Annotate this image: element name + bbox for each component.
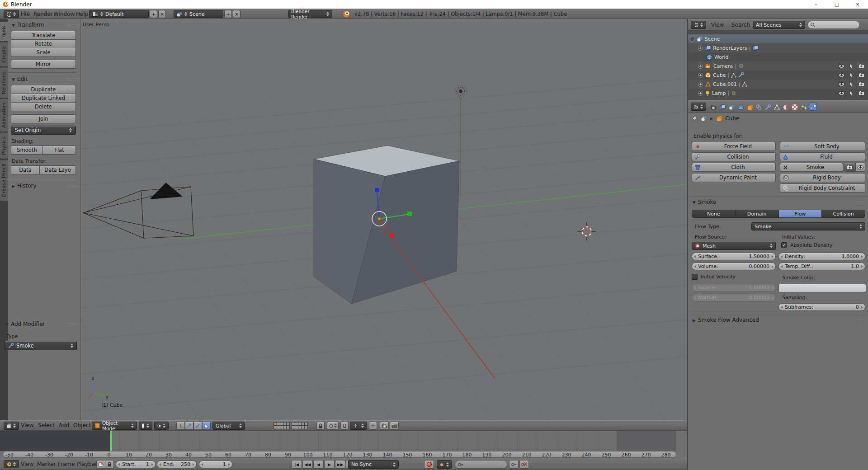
expand-icon[interactable]: + <box>698 91 703 96</box>
timeline-ruler-strip[interactable]: -50-40-30-20-100102030405060708090100110… <box>3 451 676 458</box>
absolute-density-checkbox[interactable] <box>781 242 787 248</box>
visibility-eye-icon[interactable] <box>836 70 846 80</box>
mirror-button[interactable]: Mirror <box>11 60 76 69</box>
manipulator-active-pointer-icon[interactable] <box>202 422 211 430</box>
play-button[interactable]: ▶ <box>324 460 335 469</box>
render-animation-icon[interactable] <box>390 422 399 430</box>
outliner-row-camera[interactable]: + Camera <box>688 61 868 70</box>
vp-menu-add[interactable]: Add <box>58 421 70 430</box>
tab-physics[interactable]: Physics <box>0 133 8 159</box>
selectable-cursor-icon[interactable] <box>846 61 856 70</box>
set-origin-menu[interactable]: Set Origin <box>11 126 76 135</box>
keying-set-dropdown[interactable]: ◆ <box>437 460 452 469</box>
delete-layout-button[interactable]: × <box>158 10 166 18</box>
rigid-body-constraint-button[interactable]: Rigid Body Constraint <box>780 183 865 193</box>
visibility-eye-icon[interactable] <box>836 89 846 98</box>
prev-keyframe-button[interactable]: ◀◀ <box>302 460 313 469</box>
expand-icon[interactable]: + <box>698 64 703 69</box>
duplicate-linked-button[interactable]: Duplicate Linked <box>11 94 76 103</box>
manipulator-x-handle[interactable] <box>389 233 394 238</box>
soft-body-button[interactable]: Soft Body <box>780 142 865 151</box>
visibility-eye-icon[interactable] <box>836 61 846 70</box>
cloth-button[interactable]: Cloth <box>692 163 776 172</box>
playback-filter-icon[interactable] <box>96 460 105 469</box>
pivot-point-dropdown[interactable] <box>154 422 169 430</box>
scene-icon[interactable] <box>701 116 707 121</box>
manipulator-rotate-icon[interactable] <box>185 422 193 430</box>
renderable-camera-icon[interactable] <box>856 61 866 70</box>
scale-button[interactable]: Scale <box>11 48 76 57</box>
collision-button[interactable]: Collision <box>692 152 776 161</box>
snap-element-dropdown[interactable] <box>350 422 367 430</box>
tab-constraints-icon[interactable] <box>755 103 763 111</box>
start-frame-field[interactable]: Start:1 <box>116 461 156 468</box>
tab-physics-icon[interactable] <box>809 103 817 111</box>
panel-grip-icon[interactable] <box>68 322 79 326</box>
tl-menu-view[interactable]: View <box>20 460 34 469</box>
screen-layout-selector[interactable]: Default <box>89 10 149 18</box>
close-button[interactable]: × <box>847 0 868 9</box>
tab-animation[interactable]: Animation <box>0 99 8 132</box>
visibility-eye-icon[interactable] <box>836 80 846 89</box>
menu-window[interactable]: Window <box>52 9 75 19</box>
proportional-edit-dropdown[interactable] <box>327 422 339 430</box>
cube-object[interactable] <box>314 146 459 304</box>
vp-menu-view[interactable]: View <box>20 421 34 430</box>
smoke-visibility-eye-icon[interactable] <box>855 163 865 172</box>
active-keying-set-field[interactable] <box>455 460 507 469</box>
outliner-row-cube[interactable]: + Cube <box>688 70 868 80</box>
editor-type-properties-button[interactable] <box>691 103 706 111</box>
shade-smooth-button[interactable]: Smooth <box>11 146 43 155</box>
editor-type-timeline-button[interactable] <box>4 460 19 468</box>
pin-icon[interactable] <box>692 116 698 122</box>
smoke-panel-header[interactable]: Smoke <box>693 199 716 205</box>
next-keyframe-button[interactable]: ▶▶ <box>335 460 345 469</box>
selectable-cursor-icon[interactable] <box>846 80 856 89</box>
lock-time-icon[interactable] <box>105 460 114 469</box>
fluid-button[interactable]: Fluid <box>780 152 865 161</box>
panel-grip-icon[interactable] <box>854 318 865 322</box>
outliner-menu-view[interactable]: View <box>710 20 725 29</box>
outliner-row-scene[interactable]: − Scene <box>688 34 868 43</box>
data-transfer-layout-button[interactable]: Data Layo <box>39 165 76 174</box>
editor-type-3dview-button[interactable] <box>4 422 19 430</box>
sync-mode-dropdown[interactable]: No Sync <box>348 460 399 469</box>
smoke-type-flow[interactable]: Flow <box>779 210 822 217</box>
transform-orientation-dropdown[interactable]: Global <box>212 422 245 430</box>
outliner-menu-search[interactable]: Search <box>731 20 751 29</box>
snap-magnet-icon[interactable] <box>340 422 349 430</box>
cube-icon[interactable] <box>716 116 722 122</box>
add-scene-button[interactable]: + <box>224 10 232 18</box>
selectable-cursor-icon[interactable] <box>846 70 856 80</box>
edit-panel-header[interactable]: Edit <box>12 76 28 82</box>
vp-menu-object[interactable]: Object <box>72 421 92 430</box>
tl-menu-frame[interactable]: Frame <box>57 460 75 469</box>
end-frame-field[interactable]: End:250 <box>157 461 197 468</box>
tab-scene-icon[interactable] <box>727 103 736 111</box>
panel-grip-icon[interactable] <box>68 183 79 188</box>
renderable-camera-icon[interactable] <box>856 80 866 89</box>
timeline-current-frame-cursor[interactable] <box>110 431 112 451</box>
dynamic-paint-button[interactable]: Dynamic Paint <box>692 173 776 182</box>
vp-menu-select[interactable]: Select <box>37 421 56 430</box>
expand-icon[interactable]: + <box>698 82 703 87</box>
outliner-row-world[interactable]: World <box>688 52 868 61</box>
tab-particles-icon[interactable] <box>800 103 808 111</box>
delete-button[interactable]: Delete <box>11 102 76 111</box>
manipulator-translate-icon[interactable] <box>176 422 185 430</box>
tab-object-icon[interactable] <box>745 103 754 111</box>
selectable-cursor-icon[interactable] <box>846 89 856 98</box>
smoke-type-domain[interactable]: Domain <box>736 210 779 217</box>
force-field-button[interactable]: Force Field <box>692 142 776 151</box>
smoke-type-collision[interactable]: Collision <box>822 210 865 217</box>
collapse-icon[interactable]: − <box>690 37 695 42</box>
insert-keyframe-icon[interactable] <box>509 460 519 469</box>
manipulator-scale-icon[interactable] <box>193 422 202 430</box>
outliner-row-renderlayers[interactable]: + RenderLayers <box>688 43 868 52</box>
volume-field[interactable]: Volume:0.00000 <box>692 263 776 270</box>
interaction-mode-dropdown[interactable]: Object Mode <box>92 422 137 430</box>
expand-icon[interactable]: + <box>698 73 703 78</box>
temp-diff-field[interactable]: Temp. Diff.:1.0 <box>778 263 865 270</box>
data-transfer-data-button[interactable]: Data <box>11 165 40 174</box>
menu-render[interactable]: Render <box>33 9 54 19</box>
